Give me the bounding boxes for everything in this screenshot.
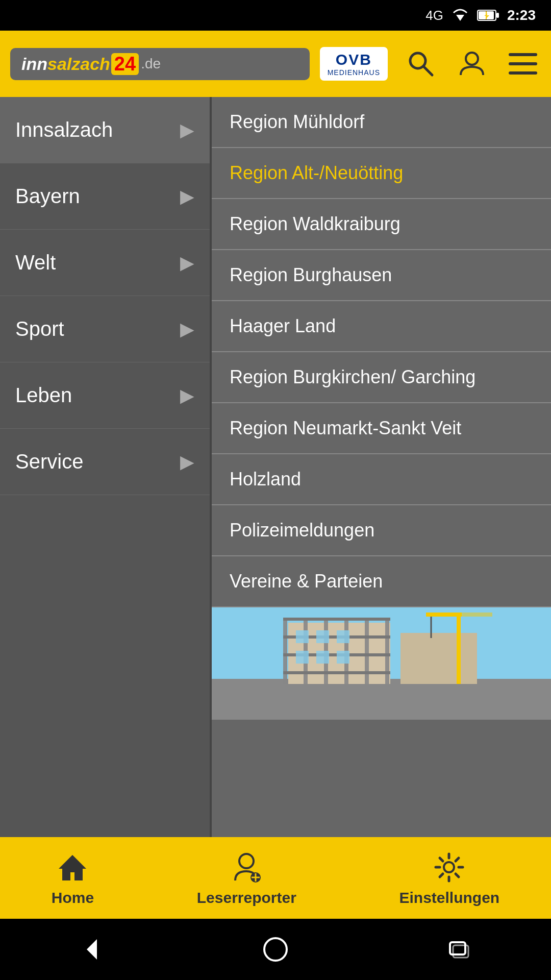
sidebar-label-welt: Welt (15, 251, 56, 274)
nav-leserreporter[interactable]: Leserreporter (197, 849, 296, 906)
region-vereine[interactable]: Vereine & Parteien (212, 556, 551, 607)
ovb-text: OVB (336, 51, 372, 68)
svg-point-37 (239, 854, 254, 868)
svg-rect-11 (509, 71, 537, 75)
sidebar-arrow-bayern: ▶ (180, 186, 194, 207)
menu-button[interactable] (505, 46, 541, 82)
time-display: 2:23 (507, 7, 536, 23)
sidebar-label-service: Service (15, 450, 83, 473)
svg-rect-27 (426, 612, 462, 617)
signal-icon: 4G (425, 8, 443, 23)
sidebar-label-sport: Sport (15, 317, 64, 340)
nav-einstellungen-label: Einstellungen (399, 889, 499, 906)
svg-line-7 (423, 66, 432, 75)
logo-24: 24 (111, 53, 139, 75)
sidebar-item-service[interactable]: Service ▶ (0, 429, 210, 495)
right-panel: Region Mühldorf Region Alt-/Neuötting Re… (212, 97, 551, 898)
sidebar-item-welt[interactable]: Welt ▶ (0, 230, 210, 296)
svg-point-43 (264, 938, 287, 961)
main-content: Innsalzach ▶ Bayern ▶ Welt ▶ Sport ▶ Leb… (0, 97, 551, 898)
logo-salzach: salzach (47, 54, 110, 74)
region-polizeimeldungen[interactable]: Polizeimeldungen (212, 505, 551, 556)
sidebar: Innsalzach ▶ Bayern ▶ Welt ▶ Sport ▶ Leb… (0, 97, 212, 898)
logo-container: inn salzach 24 .de (10, 48, 310, 80)
sidebar-arrow-innsalzach: ▶ (180, 119, 194, 141)
region-alt-neuotting-label: Region Alt-/Neuötting (230, 162, 403, 183)
nav-einstellungen[interactable]: Einstellungen (399, 849, 499, 906)
region-burgkirchen-label: Region Burgkirchen/ Garching (230, 366, 475, 387)
app-header: inn salzach 24 .de OVB MEDIENHAUS (0, 31, 551, 97)
svg-rect-3 (496, 13, 499, 18)
ovb-sub: MEDIENHAUS (328, 68, 380, 77)
recents-button[interactable] (439, 929, 480, 970)
sidebar-arrow-sport: ▶ (180, 318, 194, 340)
svg-rect-32 (337, 630, 349, 643)
app-logo: inn salzach 24 .de (10, 48, 310, 80)
battery-icon (477, 9, 499, 22)
svg-marker-36 (59, 855, 86, 880)
sidebar-arrow-leben: ▶ (180, 385, 194, 406)
svg-rect-13 (212, 679, 551, 720)
region-neumarkt[interactable]: Region Neumarkt-Sankt Veit (212, 403, 551, 454)
ovb-logo[interactable]: OVB MEDIENHAUS (320, 47, 388, 81)
svg-rect-31 (316, 630, 329, 643)
sidebar-item-innsalzach[interactable]: Innsalzach ▶ (0, 97, 210, 163)
svg-rect-34 (316, 651, 329, 664)
sidebar-item-leben[interactable]: Leben ▶ (0, 362, 210, 429)
region-holzland[interactable]: Holzland (212, 454, 551, 505)
svg-rect-10 (509, 62, 537, 65)
sidebar-label-innsalzach: Innsalzach (15, 118, 113, 141)
region-alt-neuotting[interactable]: Region Alt-/Neuötting (212, 148, 551, 199)
svg-rect-9 (509, 53, 537, 56)
user-button[interactable] (454, 46, 490, 82)
region-muhldorf-label: Region Mühldorf (230, 111, 364, 132)
back-button[interactable] (71, 929, 112, 970)
wifi-icon (451, 8, 469, 23)
search-button[interactable] (403, 46, 439, 82)
svg-rect-35 (337, 651, 349, 664)
region-burghausen-label: Region Burghausen (230, 264, 392, 285)
svg-point-8 (466, 53, 478, 65)
svg-rect-30 (296, 630, 309, 643)
nav-leserreporter-label: Leserreporter (197, 889, 296, 906)
status-icons: 4G 2:23 (425, 7, 536, 23)
region-polizeimeldungen-label: Polizeimeldungen (230, 520, 374, 541)
region-neumarkt-label: Region Neumarkt-Sankt Veit (230, 418, 461, 438)
home-button[interactable] (255, 929, 296, 970)
region-burghausen[interactable]: Region Burghausen (212, 250, 551, 301)
region-burgkirchen[interactable]: Region Burgkirchen/ Garching (212, 352, 551, 403)
sidebar-item-sport[interactable]: Sport ▶ (0, 296, 210, 362)
region-waldkraiburg[interactable]: Region Waldkraiburg (212, 199, 551, 250)
sidebar-label-leben: Leben (15, 384, 72, 407)
user-icon (458, 50, 486, 78)
svg-rect-28 (462, 612, 492, 617)
header-icons: OVB MEDIENHAUS (320, 46, 541, 82)
region-haager-land-label: Haager Land (230, 315, 336, 336)
region-holzland-label: Holzland (230, 469, 301, 489)
region-haager-land[interactable]: Haager Land (212, 301, 551, 352)
nav-home-label: Home (52, 889, 94, 906)
bottom-nav: Home Leserreporter Einstellungen (0, 837, 551, 919)
svg-marker-42 (87, 939, 97, 960)
region-vereine-label: Vereine & Parteien (230, 571, 383, 592)
svg-point-41 (444, 862, 454, 872)
sidebar-item-bayern[interactable]: Bayern ▶ (0, 163, 210, 230)
system-nav (0, 919, 551, 980)
sidebar-arrow-service: ▶ (180, 451, 194, 473)
svg-rect-25 (283, 671, 390, 674)
hamburger-icon (509, 51, 537, 77)
reporter-icon (229, 849, 264, 885)
region-waldkraiburg-label: Region Waldkraiburg (230, 213, 400, 234)
svg-marker-0 (456, 15, 464, 21)
region-muhldorf[interactable]: Region Mühldorf (212, 97, 551, 148)
nav-home[interactable]: Home (52, 849, 94, 906)
logo-de: .de (141, 56, 161, 72)
building-image (212, 607, 551, 720)
svg-rect-15 (400, 633, 477, 684)
svg-rect-33 (296, 651, 309, 664)
settings-icon (432, 849, 467, 885)
logo-inn: inn (21, 54, 47, 74)
svg-rect-26 (457, 612, 461, 684)
home-icon (55, 849, 90, 885)
sidebar-arrow-welt: ▶ (180, 252, 194, 274)
